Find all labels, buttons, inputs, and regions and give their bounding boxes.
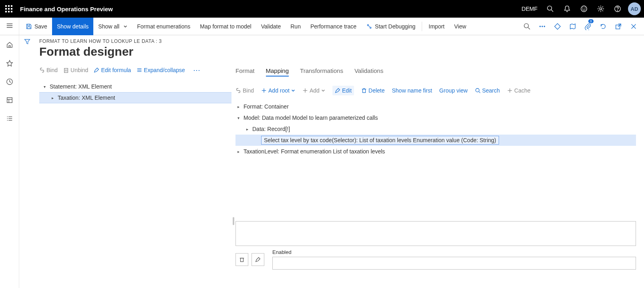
- delete-button[interactable]: Delete: [361, 87, 384, 94]
- home-icon[interactable]: [2, 38, 17, 52]
- svg-line-26: [528, 27, 530, 29]
- help-icon[interactable]: [610, 0, 626, 18]
- gear-icon[interactable]: [593, 0, 609, 18]
- performance-trace-button[interactable]: Performance trace: [306, 18, 361, 35]
- mapping-bind-button[interactable]: Bind: [235, 87, 254, 94]
- app-launcher-icon[interactable]: [0, 0, 18, 18]
- svg-point-23: [370, 27, 371, 28]
- save-button[interactable]: Save: [21, 18, 52, 35]
- star-icon[interactable]: [2, 56, 17, 70]
- tree-node-taxation[interactable]: ▸ Taxation: XML Element: [39, 92, 231, 103]
- svg-line-32: [618, 24, 621, 26]
- ds-node-data[interactable]: ▸ Data: Record[!]: [235, 123, 636, 135]
- start-debugging-button[interactable]: Start Debugging: [361, 18, 420, 35]
- expand-collapse-button[interactable]: Expand/collapse: [137, 67, 185, 73]
- chevron-down-icon: [321, 87, 325, 94]
- modules-icon[interactable]: [2, 111, 17, 126]
- ds-node-format[interactable]: ▸ Format: Container: [235, 101, 636, 112]
- delete-formula-button[interactable]: [235, 253, 248, 266]
- ds-node-taxation-level[interactable]: ▸ TaxationLevel: Format enumeration List…: [235, 146, 636, 157]
- datasource-tree: ▸ Format: Container ▾ Model: Data model …: [235, 101, 636, 157]
- collapse-icon[interactable]: ▾: [235, 116, 241, 120]
- run-button[interactable]: Run: [286, 18, 306, 35]
- svg-point-16: [618, 10, 618, 11]
- show-name-first-button[interactable]: Show name first: [392, 87, 432, 94]
- show-all-button[interactable]: Show all: [93, 18, 132, 35]
- mapping-panel: Format Mapping Transformations Validatio…: [235, 66, 636, 288]
- overflow-icon[interactable]: [536, 18, 549, 35]
- company-code[interactable]: DEMF: [517, 6, 541, 12]
- expand-icon[interactable]: ▸: [235, 105, 241, 109]
- left-nav-rail: [0, 35, 19, 288]
- cache-button[interactable]: Cache: [507, 87, 530, 94]
- global-header: Finance and Operations Preview DEMF AD: [0, 0, 644, 18]
- separator: [422, 22, 422, 31]
- show-details-button[interactable]: Show details: [52, 18, 93, 35]
- enabled-input[interactable]: [272, 257, 636, 270]
- svg-rect-48: [64, 68, 68, 73]
- edit-formula-button[interactable]: Edit formula: [94, 67, 131, 73]
- view-button[interactable]: View: [449, 18, 471, 35]
- ds-node-selector[interactable]: ▸ Select tax level by tax code(Selector)…: [235, 135, 636, 146]
- svg-point-13: [585, 8, 585, 8]
- attachments-icon[interactable]: 0: [582, 18, 594, 35]
- expand-icon[interactable]: ▸: [244, 127, 250, 131]
- group-view-button[interactable]: Group view: [439, 87, 468, 94]
- recent-icon[interactable]: [2, 75, 17, 89]
- chevron-down-icon: [123, 23, 127, 30]
- tree-node-statement[interactable]: ▾ Statement: XML Element: [39, 81, 231, 92]
- close-icon[interactable]: [627, 18, 640, 35]
- splitter[interactable]: [231, 66, 235, 288]
- workspace-icon[interactable]: [2, 93, 17, 107]
- format-tree: ▾ Statement: XML Element ▸ Taxation: XML…: [39, 81, 231, 103]
- search-icon[interactable]: [542, 0, 558, 18]
- tab-mapping[interactable]: Mapping: [266, 66, 289, 77]
- format-enumerations-button[interactable]: Format enumerations: [132, 18, 195, 35]
- svg-rect-1: [8, 5, 10, 7]
- left-toolbar-overflow-icon[interactable]: ⋯: [191, 66, 203, 75]
- svg-point-9: [547, 6, 552, 10]
- bell-icon[interactable]: [559, 0, 575, 18]
- map-icon[interactable]: [566, 18, 579, 35]
- formula-input[interactable]: [235, 221, 636, 246]
- svg-marker-30: [555, 23, 560, 29]
- command-bar: Save Show details Show all Format enumer…: [0, 18, 644, 35]
- svg-point-22: [367, 24, 368, 26]
- format-tree-panel: Bind Unbind Edit formula Expand/collapse: [39, 66, 231, 288]
- svg-rect-21: [28, 26, 30, 28]
- add-root-button[interactable]: Add root: [261, 87, 295, 94]
- filter-icon[interactable]: [24, 38, 30, 288]
- svg-point-28: [542, 26, 543, 26]
- ds-node-model[interactable]: ▾ Model: Data model Model to learn param…: [235, 112, 636, 123]
- save-label: Save: [34, 23, 47, 30]
- smiley-icon[interactable]: [576, 0, 592, 18]
- import-button[interactable]: Import: [424, 18, 449, 35]
- svg-rect-7: [8, 11, 10, 12]
- hamburger-icon[interactable]: [6, 22, 13, 31]
- tab-validations[interactable]: Validations: [354, 66, 383, 77]
- unbind-button[interactable]: Unbind: [63, 67, 88, 73]
- map-format-to-model-button[interactable]: Map format to model: [195, 18, 256, 35]
- expand-icon[interactable]: ▸: [235, 149, 241, 154]
- breadcrumb: FORMAT TO LEARN HOW TO LOOKUP LE DATA : …: [39, 38, 636, 44]
- add-button[interactable]: Add: [302, 87, 325, 94]
- popout-icon[interactable]: [612, 18, 625, 35]
- command-search-icon[interactable]: [521, 18, 533, 35]
- svg-rect-2: [11, 5, 12, 7]
- avatar[interactable]: AD: [628, 2, 641, 15]
- refresh-icon[interactable]: [597, 18, 610, 35]
- tab-transformations[interactable]: Transformations: [300, 66, 343, 77]
- collapse-icon[interactable]: ▾: [42, 85, 47, 89]
- diamond-icon[interactable]: [551, 18, 564, 35]
- svg-rect-4: [8, 8, 10, 10]
- edit-button[interactable]: Edit: [332, 86, 354, 95]
- tab-format[interactable]: Format: [235, 66, 255, 77]
- svg-rect-38: [7, 98, 12, 103]
- search-button[interactable]: Search: [475, 87, 500, 94]
- svg-line-10: [551, 10, 553, 12]
- edit-formula-icon-button[interactable]: [252, 253, 264, 266]
- bind-button[interactable]: Bind: [39, 67, 58, 73]
- svg-line-24: [369, 26, 370, 27]
- validate-button[interactable]: Validate: [256, 18, 286, 35]
- expand-icon[interactable]: ▸: [50, 96, 55, 100]
